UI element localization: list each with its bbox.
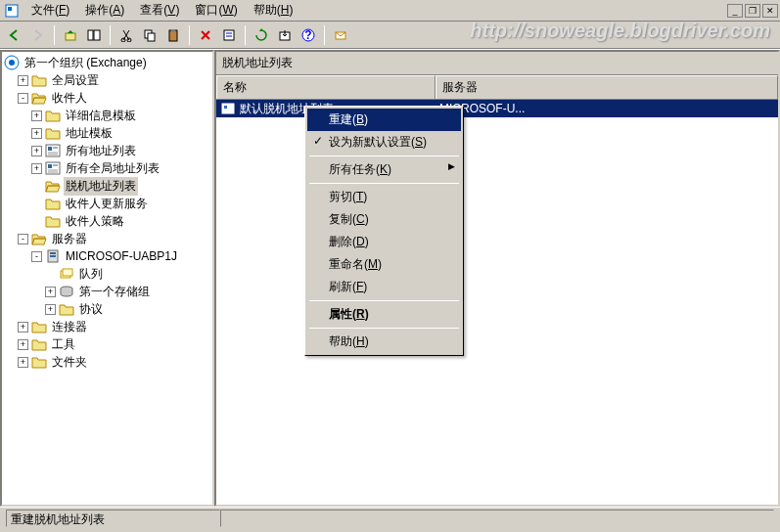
tree-node[interactable]: +全局设置 (4, 71, 210, 89)
context-item-label: 重建(B) (329, 112, 368, 126)
window-controls: _ ❐ ✕ (725, 4, 778, 18)
cut-button[interactable] (115, 24, 137, 46)
svg-rect-31 (50, 252, 56, 254)
folder-icon (31, 336, 47, 352)
tree-label: 全局设置 (50, 71, 101, 90)
context-item-label: 所有任务(K) (329, 162, 391, 176)
mail-button[interactable] (330, 24, 351, 46)
menu-view[interactable]: 查看(V) (132, 0, 187, 21)
close-button[interactable]: ✕ (762, 4, 778, 18)
tree-label: 服务器 (50, 230, 89, 248)
tree-label: 所有地址列表 (64, 142, 138, 160)
tree-node[interactable]: +详细信息模板 (4, 107, 210, 124)
context-item-3[interactable]: 所有任务(K)▶ (307, 158, 461, 181)
tree-node[interactable]: 队列 (4, 265, 210, 283)
menu-action[interactable]: 操作(A) (77, 0, 132, 21)
expander[interactable]: + (18, 322, 28, 332)
tree-node[interactable]: +协议 (4, 300, 210, 318)
tree-node[interactable]: 收件人更新服务 (4, 195, 210, 212)
tree-label: 第一个存储组 (77, 283, 152, 301)
context-item-9[interactable]: 刷新(F) (307, 276, 461, 298)
paste-button[interactable] (162, 24, 184, 46)
context-item-label: 帮助(H) (329, 334, 369, 348)
context-item-5[interactable]: 剪切(T) (307, 186, 461, 208)
folder-open-icon (31, 231, 47, 246)
status-spacer (220, 510, 774, 527)
folder-open-icon (45, 178, 61, 194)
tree-root-node[interactable]: 第一个组织 (Exchange) (4, 54, 210, 71)
tree-node[interactable]: +文件夹 (4, 353, 210, 371)
copy-button[interactable] (139, 24, 161, 46)
export-button[interactable] (274, 24, 296, 46)
tree-node[interactable]: +第一个存储组 (4, 283, 210, 300)
context-separator (309, 300, 459, 301)
svg-rect-26 (48, 164, 52, 168)
expander[interactable]: + (31, 146, 42, 156)
svg-rect-4 (94, 30, 100, 40)
help-button[interactable]: ? (298, 24, 319, 46)
context-item-13[interactable]: 帮助(H) (307, 331, 461, 353)
tree-node[interactable]: +工具 (4, 335, 210, 353)
context-item-1[interactable]: ✓设为新默认设置(S) (307, 131, 461, 154)
tree-node[interactable]: -MICROSOF-UABP1J (4, 247, 210, 265)
tree-label: 队列 (77, 265, 105, 284)
context-item-0[interactable]: 重建(B) (307, 109, 461, 131)
expander[interactable]: + (45, 287, 56, 297)
expander[interactable]: - (18, 93, 28, 104)
svg-rect-37 (224, 106, 227, 109)
up-button[interactable] (60, 24, 81, 46)
svg-rect-11 (224, 30, 234, 40)
context-item-label: 剪切(T) (329, 190, 367, 203)
delete-button[interactable] (195, 24, 216, 46)
tree-node[interactable]: +所有全局地址列表 (4, 159, 210, 177)
list-row[interactable]: 默认脱机地址列表 MICROSOF-U... (216, 100, 778, 117)
tree-node[interactable]: 收件人策略 (4, 212, 210, 230)
svg-rect-2 (66, 33, 75, 40)
tree-node[interactable]: +地址模板 (4, 124, 210, 142)
expander[interactable]: - (31, 251, 42, 262)
tree-node[interactable]: 脱机地址列表 (4, 177, 210, 195)
expander[interactable]: - (18, 234, 28, 244)
forward-button[interactable] (27, 24, 49, 46)
tree-panel[interactable]: 第一个组织 (Exchange)+全局设置-收件人+详细信息模板+地址模板+所有… (0, 50, 214, 507)
menu-window[interactable]: 窗口(W) (187, 0, 245, 21)
tree-node[interactable]: -服务器 (4, 230, 210, 247)
folder-icon (45, 213, 61, 229)
show-tree-button[interactable] (83, 24, 105, 46)
column-name[interactable]: 名称 (216, 75, 436, 99)
context-item-label: 属性(R) (329, 307, 369, 321)
context-item-7[interactable]: 删除(D) (307, 231, 461, 253)
tree-node[interactable]: +所有地址列表 (4, 142, 210, 159)
expander[interactable]: + (31, 163, 42, 174)
column-server[interactable]: 服务器 (436, 75, 778, 99)
refresh-button[interactable] (251, 24, 272, 46)
expander[interactable]: + (18, 75, 28, 86)
tree-label: 所有全局地址列表 (64, 159, 161, 178)
svg-rect-8 (148, 33, 155, 41)
app-icon (4, 3, 20, 19)
tree-node[interactable]: -收件人 (4, 89, 210, 107)
tree-node[interactable]: +连接器 (4, 318, 210, 335)
folder-open-icon (31, 90, 47, 106)
expander[interactable]: + (18, 357, 28, 368)
folder-icon (31, 319, 47, 334)
expander[interactable]: + (31, 128, 42, 139)
tree-label: 脱机地址列表 (64, 177, 138, 196)
tree-label: 收件人 (50, 89, 89, 108)
expander[interactable]: + (18, 339, 28, 350)
restore-button[interactable]: ❐ (745, 4, 760, 18)
expander[interactable]: + (45, 304, 56, 315)
properties-button[interactable] (218, 24, 240, 46)
svg-rect-10 (171, 29, 175, 32)
list-body[interactable]: 默认脱机地址列表 MICROSOF-U... (216, 100, 778, 505)
menu-help[interactable]: 帮助(H) (246, 0, 301, 21)
context-item-label: 设为新默认设置(S) (329, 135, 427, 149)
context-item-8[interactable]: 重命名(M) (307, 253, 461, 276)
context-item-6[interactable]: 复制(C) (307, 208, 461, 231)
back-button[interactable] (4, 24, 25, 46)
tree-label: 收件人策略 (64, 212, 126, 231)
menu-file[interactable]: 文件(F) (23, 0, 77, 21)
expander[interactable]: + (31, 111, 42, 121)
minimize-button[interactable]: _ (727, 4, 743, 18)
context-item-11[interactable]: 属性(R) (307, 303, 461, 326)
